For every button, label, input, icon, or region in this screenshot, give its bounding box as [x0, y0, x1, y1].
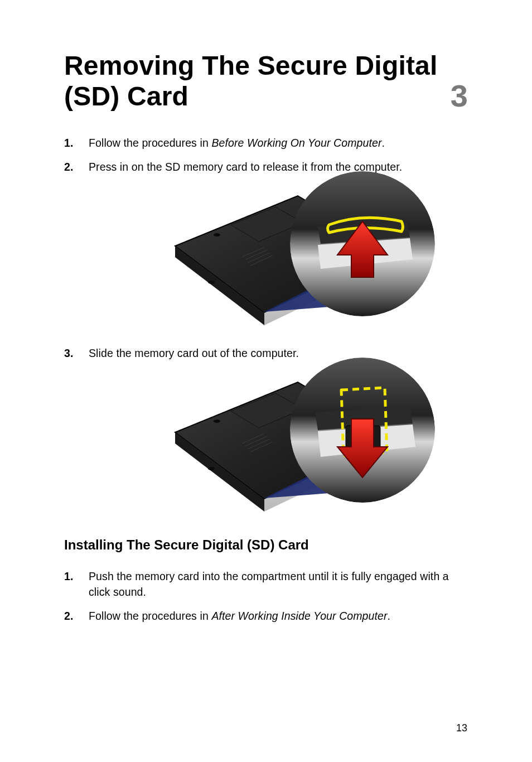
callout-circle: [290, 358, 435, 503]
list-item: Follow the procedures in After Working I…: [64, 608, 468, 624]
step-text: Press in on the SD memory card to releas…: [89, 161, 402, 173]
italic-ref-after-working: After Working Inside Your Computer: [211, 610, 387, 622]
figure-slide-out: [158, 371, 398, 516]
step-text: Follow the procedures in: [89, 610, 211, 622]
svg-point-3: [214, 233, 220, 237]
italic-ref-before-working: Before Working On Your Computer: [211, 137, 381, 149]
step-text: Follow the procedures in: [89, 137, 211, 149]
title-row: Removing The Secure Digital (SD) Card 3: [64, 50, 468, 112]
svg-point-22: [208, 467, 215, 470]
install-heading: Installing The Secure Digital (SD) Card: [64, 537, 468, 553]
list-item: Push the memory card into the compartmen…: [64, 568, 468, 600]
step-text: Push the memory card into the compartmen…: [89, 570, 449, 598]
list-item: Follow the procedures in Before Working …: [64, 135, 468, 151]
install-steps: Push the memory card into the compartmen…: [64, 568, 468, 624]
step-text: Slide the memory card out of the compute…: [89, 347, 299, 359]
step-text-suffix: .: [382, 137, 385, 149]
svg-point-20: [214, 419, 220, 423]
page-title: Removing The Secure Digital (SD) Card: [64, 50, 439, 112]
page-number: 13: [456, 722, 467, 734]
callout-circle: [290, 171, 435, 316]
list-item: Slide the memory card out of the compute…: [64, 345, 468, 516]
list-item: Press in on the SD memory card to releas…: [64, 159, 468, 330]
step-text-suffix: .: [388, 610, 391, 622]
removing-steps: Follow the procedures in Before Working …: [64, 135, 468, 516]
svg-point-5: [208, 281, 215, 284]
chapter-number: 3: [451, 80, 468, 112]
figure-press-in: [158, 185, 398, 330]
